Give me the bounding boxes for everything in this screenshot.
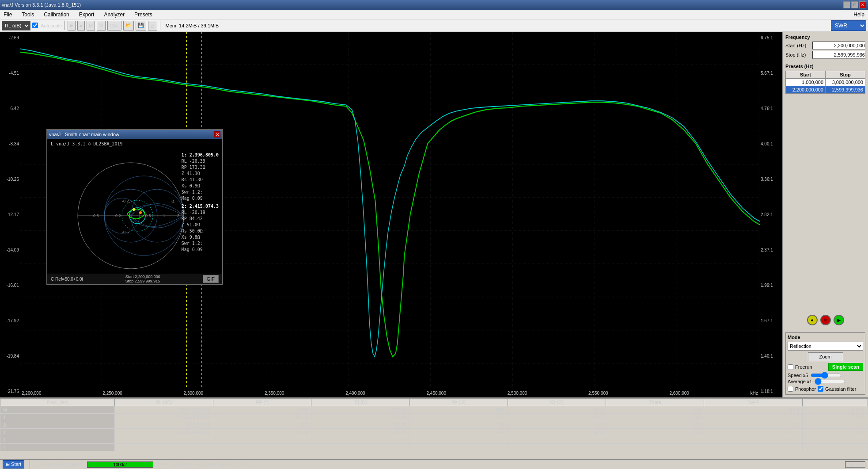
freerun-checkbox[interactable] (788, 364, 793, 370)
cell-label: 1 (0, 414, 115, 421)
main-window: vna/J Version 3.3.1 (Java 1.8.0_151) − □… (0, 0, 868, 469)
y-left-10: -21.75 (1, 389, 19, 394)
cell-rs: 10.2 (508, 406, 606, 414)
col-rs-label: Rs (Ω) (409, 399, 508, 406)
smith-chart-window: vna/J - Smith-chart main window ✕ L vna/… (46, 129, 223, 285)
chart-with-yaxis: -2.69 -4.51 -6.42 -8.34 -10.26 -12.17 -1… (0, 32, 782, 397)
menu-export[interactable]: Export (77, 11, 96, 19)
smith-rs1: Rs 41.3Ω (182, 177, 219, 183)
menu-tools[interactable]: Tools (20, 11, 36, 19)
single-scan-button[interactable]: Single scan (828, 363, 863, 371)
preset-record-button[interactable]: ● (807, 315, 818, 325)
taskbar-start[interactable]: ⊞ Start (3, 460, 24, 469)
swr-mode-dropdown[interactable]: SWR (831, 20, 866, 31)
toolbar-icon-7[interactable]: 🖨 (148, 21, 157, 31)
toolbar-icon-3[interactable]: M (87, 21, 95, 31)
y-left-4: -10.26 (1, 177, 19, 182)
cell-rs: 41.3 (508, 414, 606, 421)
cell-freq: 19,169,325 (115, 421, 213, 429)
smith-close-button[interactable]: ✕ (214, 131, 220, 137)
smith-title-bar[interactable]: vna/J - Smith-chart main window ✕ (47, 130, 222, 139)
minimize-button[interactable]: − (843, 1, 850, 8)
mode-dropdown[interactable]: Reflection Transmission (788, 342, 863, 351)
col-rp-label: RP (°) (213, 399, 311, 406)
y-left-0: -2.69 (1, 35, 19, 40)
svg-text:0.2: 0.2 (115, 214, 121, 218)
gif-export-button[interactable]: GIF (203, 275, 219, 283)
data-table: Freq. (Hz) RL (dB) RP (°) |Z| (Ω) Rs (Ω)… (0, 398, 868, 451)
col-xs-label: Xs (Ω) (508, 399, 606, 406)
preset-apply-button[interactable]: ▶ (834, 315, 844, 325)
smith-swr2: Swr 1.2: (182, 240, 219, 247)
preset-row-1[interactable]: 1,000,000 3,000,000,000 (786, 79, 865, 86)
frequency-title: Frequency (785, 34, 865, 40)
cell-xs: 9.8 (606, 429, 704, 436)
toolbar-icon-5[interactable]: 📂 (123, 21, 134, 31)
menu-help[interactable]: Help (852, 11, 866, 19)
menu-calibration[interactable]: Calibration (42, 11, 71, 19)
toolbar-icon-4[interactable]: ⚙ (97, 21, 106, 31)
menu-file[interactable]: File (2, 11, 14, 19)
cell-rp: -172.42 (311, 406, 409, 414)
stop-freq-input[interactable] (812, 51, 865, 59)
cell-swr (802, 436, 868, 444)
toolbar-icon-2[interactable]: ■ (77, 21, 85, 31)
smith-title-text: vna/J - Smith-chart main window (49, 132, 119, 137)
gaussian-checkbox[interactable] (818, 386, 823, 392)
device-segment: miniVNA Tiny/COM15 (35, 462, 82, 467)
cell-theta: 0.0 (704, 421, 802, 429)
time-display: 16:51 (845, 461, 865, 468)
close-button[interactable]: ✕ (859, 1, 866, 8)
smith-content: L vna/J 3.3.1 © DL2SBA_2019 (47, 139, 222, 274)
cell-rp: 84.42 (311, 429, 409, 436)
mode-section: Mode Reflection Transmission Zoom Freeru… (785, 332, 865, 395)
phosphor-row: Phosphor Gaussian filter (788, 386, 863, 392)
cell-label: Δ (0, 421, 115, 429)
x-label-6: 2,500,000 (508, 391, 527, 396)
toolbar-icon-cal[interactable]: CAL (107, 21, 121, 31)
rl-mode-dropdown[interactable]: RL (dB) (2, 21, 30, 31)
cell-z (409, 444, 508, 451)
toolbar-icon-1[interactable]: ▶ (68, 21, 76, 31)
cell-freq: 2,587,220,365 (115, 406, 213, 414)
speed-slider[interactable] (811, 373, 841, 378)
col-rl-label: RL (dB) (115, 399, 213, 406)
cell-xs: 8.9 (606, 421, 704, 429)
mode-title: Mode (788, 335, 863, 340)
presets-section: Presets (Hz) Start Stop 1,000,000 3,000,… (785, 64, 865, 94)
x-label-5: 2,450,000 (426, 391, 446, 396)
cell-rl: 0.20 (213, 421, 311, 429)
y-left-9: -19.84 (1, 354, 19, 358)
cell-rl (213, 444, 311, 451)
svg-text:-0.5: -0.5 (122, 230, 129, 234)
zoom-button[interactable]: Zoom (808, 352, 843, 361)
panel-spacer (785, 97, 865, 311)
smith-xs1: Xs 0.9Ω (182, 183, 219, 189)
phosphor-checkbox[interactable] (788, 386, 793, 392)
cell-rs: 50.0 (508, 429, 606, 436)
chart-canvas[interactable]: 1 2 2,200,000 2,250,000 2,300,000 2,350,… (20, 32, 760, 397)
start-freq-input[interactable] (812, 42, 865, 50)
cell-rl (213, 436, 311, 444)
y-right-2: 4.76:1 (761, 106, 781, 111)
autoscale-checkbox[interactable] (32, 23, 38, 28)
cell-freq (115, 444, 213, 451)
y-right-8: 1.67:1 (761, 318, 781, 323)
preset-row-2[interactable]: 2,200,000,000 2,599,999,936 (786, 86, 865, 94)
maximize-button[interactable]: □ (851, 1, 858, 8)
svg-text:0.5: 0.5 (145, 214, 151, 218)
toolbar-icon-6[interactable]: 💾 (136, 21, 146, 31)
table-row: 12,396,805,070-20.39173.3041.341.30.91.3… (0, 414, 868, 421)
smith-header: L vna/J 3.3.1 © DL2SBA_2019 (49, 141, 220, 147)
menu-presets[interactable]: Presets (133, 11, 154, 19)
smith-marker1-dot (133, 208, 135, 211)
smith-xs2: Xs 9.8Ω (182, 234, 219, 240)
y-left-6: -14.09 (1, 248, 19, 252)
svg-text:0.5: 0.5 (93, 214, 99, 218)
y-right-0: 6.75:1 (761, 35, 781, 40)
menu-analyzer[interactable]: Analyzer (102, 11, 126, 19)
preset-delete-button[interactable]: ✕ (820, 315, 831, 325)
col-freq-label: Freq. (Hz) (0, 399, 115, 406)
average-slider[interactable] (815, 379, 845, 384)
svg-text:-0.2: -0.2 (122, 199, 129, 203)
